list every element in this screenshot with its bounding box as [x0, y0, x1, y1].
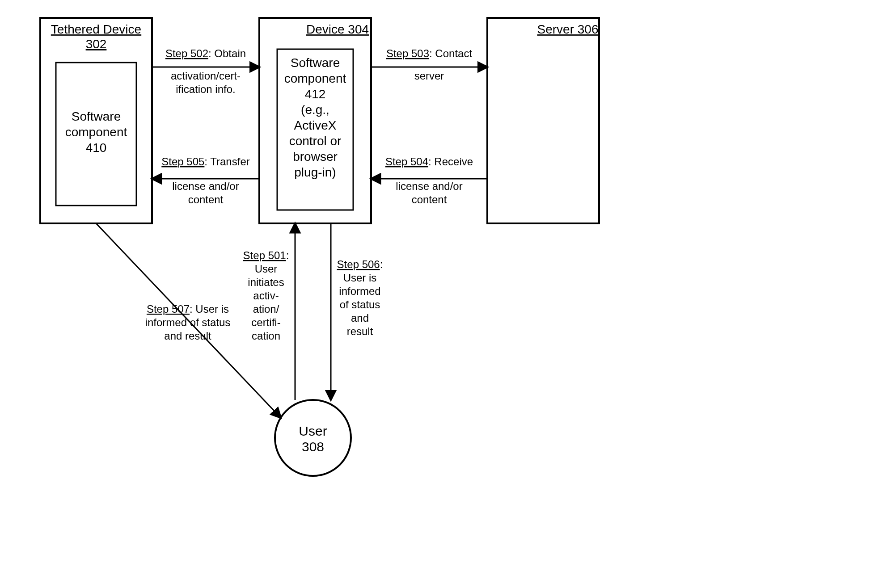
step-502-arrow: Step 502: Obtain activation/cert- ificat… — [152, 47, 259, 95]
tethered-comp-l2: component — [65, 125, 127, 139]
step-502-l1: Step 502: Obtain — [165, 47, 246, 59]
tethered-comp-l3: 410 — [86, 141, 107, 155]
step-506-l2: User is — [343, 272, 377, 284]
user-node: User 308 — [275, 400, 351, 476]
step-501-l6: certifi- — [251, 316, 280, 328]
server-title: Server 306 — [537, 22, 599, 36]
user-l2: 308 — [302, 439, 324, 454]
step-505-l1: Step 505: Transfer — [161, 155, 249, 168]
step-501-l4: activ- — [253, 290, 279, 302]
step-503-l1: Step 503: Contact — [386, 47, 472, 59]
step-502-l2: activation/cert- — [171, 70, 241, 82]
device-comp-l7: browser — [293, 150, 338, 164]
step-503-l2: server — [414, 70, 444, 82]
step-506-l6: result — [347, 325, 373, 337]
device-comp-l4: (e.g., — [301, 103, 329, 117]
device-comp-l2: component — [284, 71, 346, 85]
step-501-l7: cation — [252, 330, 280, 342]
tethered-title-l1: Tethered Device — [51, 22, 141, 36]
device-comp-l6: control or — [289, 134, 342, 148]
step-506-l3: informed — [339, 285, 380, 297]
step-504-arrow: Step 504: Receive license and/or content — [371, 155, 487, 206]
step-505-l3: content — [188, 193, 224, 206]
device-comp-l5: ActiveX — [294, 118, 337, 132]
diagram-canvas: Tethered Device 302 Software component 4… — [9, 9, 671, 483]
step-501-l2: User — [255, 263, 278, 275]
device-title: Device 304 — [306, 22, 369, 36]
step-507-l3: and result — [164, 330, 211, 342]
server-box: Server 306 — [487, 18, 599, 223]
device-comp-l8: plug-in) — [294, 165, 336, 179]
step-503-arrow: Step 503: Contact server — [371, 47, 487, 82]
step-501-arrow: Step 501: User initiates activ- ation/ c… — [243, 223, 295, 400]
step-504-l1: Step 504: Receive — [385, 155, 473, 168]
step-501-l1: Step 501: — [243, 249, 289, 261]
step-506-l4: of status — [340, 298, 380, 311]
device-comp-l3: 412 — [305, 87, 326, 101]
step-501-l3: initiates — [248, 276, 284, 288]
step-501-l5: ation/ — [253, 303, 279, 315]
step-507-l2: informed of status — [145, 316, 231, 328]
device-comp-l1: Software — [291, 56, 340, 70]
step-506-l5: and — [351, 312, 369, 324]
svg-rect-4 — [487, 18, 599, 223]
step-502-l3: ification info. — [176, 83, 235, 95]
step-505-arrow: Step 505: Transfer license and/or conten… — [152, 155, 259, 206]
tethered-device-box: Tethered Device 302 Software component 4… — [40, 18, 152, 223]
tethered-title-l2: 302 — [86, 37, 107, 51]
step-507-l1: Step 507: User is — [147, 303, 229, 315]
step-504-l2: license and/or — [396, 180, 462, 192]
step-504-l3: content — [412, 193, 447, 206]
user-l1: User — [299, 424, 327, 438]
device-box: Device 304 Software component 412 (e.g.,… — [259, 18, 371, 223]
tethered-comp-l1: Software — [72, 109, 121, 123]
step-506-l1: Step 506: — [337, 258, 383, 270]
step-506-arrow: Step 506: User is informed of status and… — [331, 223, 383, 400]
step-505-l2: license and/or — [172, 180, 239, 192]
